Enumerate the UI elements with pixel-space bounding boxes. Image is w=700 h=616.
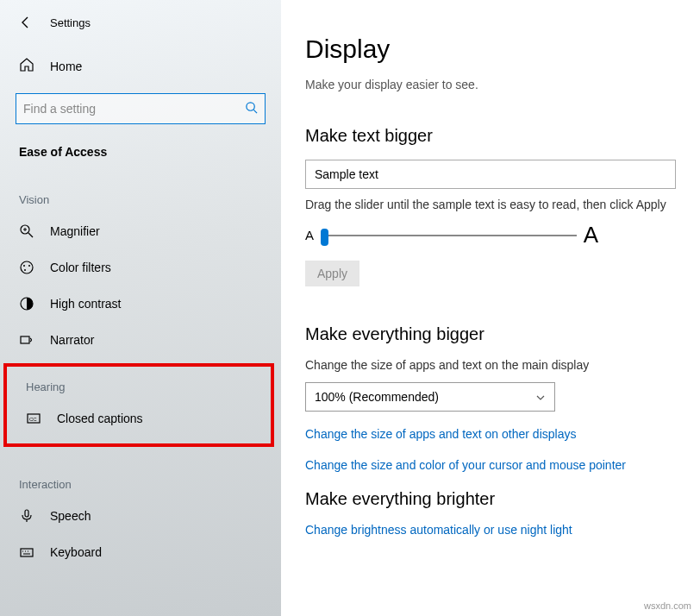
sidebar-item-magnifier[interactable]: Magnifier (0, 213, 281, 249)
group-hearing-label: Hearing (7, 367, 271, 400)
dropdown-value: 100% (Recommended) (315, 390, 439, 404)
svg-line-3 (28, 233, 33, 237)
search-input-container[interactable] (16, 93, 266, 124)
sidebar-item-keyboard[interactable]: Keyboard (0, 534, 281, 570)
window-title: Settings (50, 16, 91, 29)
narrator-icon (19, 332, 34, 348)
page-subtitle: Make your display easier to see. (305, 78, 676, 91)
svg-point-0 (247, 103, 254, 110)
search-icon (245, 101, 258, 116)
group-interaction-label: Interaction (0, 452, 281, 498)
back-icon[interactable] (19, 16, 33, 29)
main-content: Display Make your display easier to see.… (281, 0, 700, 616)
svg-rect-11 (21, 336, 29, 343)
contrast-icon (19, 296, 34, 311)
text-size-slider[interactable] (321, 235, 577, 236)
chevron-down-icon (535, 392, 546, 402)
group-vision-label: Vision (0, 167, 281, 213)
sidebar-item-label: Color filters (50, 261, 111, 274)
sidebar-item-color-filters[interactable]: Color filters (0, 249, 281, 286)
home-icon (19, 57, 34, 76)
slider-instruction: Drag the slider until the sample text is… (305, 198, 676, 211)
link-other-displays[interactable]: Change the size of apps and text on othe… (305, 427, 676, 441)
sidebar-header: Settings (0, 0, 281, 43)
watermark: wsxdn.com (644, 600, 691, 611)
svg-point-8 (28, 265, 30, 267)
sidebar-item-label: Speech (50, 509, 91, 523)
svg-rect-16 (21, 549, 33, 556)
microphone-icon (19, 508, 34, 524)
sidebar-item-narrator[interactable]: Narrator (0, 322, 281, 358)
slider-max-label: A (584, 222, 598, 248)
home-nav[interactable]: Home (0, 48, 281, 85)
highlight-box: Hearing CC Closed captions (3, 363, 274, 447)
svg-point-9 (24, 269, 26, 271)
section-everything-bigger: Make everything bigger (305, 324, 676, 344)
link-cursor-pointer[interactable]: Change the size and color of your cursor… (305, 458, 676, 472)
sidebar-item-label: High contrast (50, 297, 121, 311)
keyboard-icon (19, 544, 34, 560)
section-text-bigger: Make text bigger (305, 126, 676, 146)
slider-thumb[interactable] (321, 229, 328, 246)
sidebar-item-label: Keyboard (50, 545, 102, 559)
svg-point-6 (21, 261, 33, 273)
cc-icon: CC (26, 411, 41, 426)
sidebar: Settings Home Ease of Access Vision Magn… (0, 0, 281, 616)
svg-rect-14 (25, 510, 28, 517)
scale-dropdown[interactable]: 100% (Recommended) (305, 382, 555, 412)
scale-description: Change the size of apps and text on the … (305, 358, 676, 372)
section-title: Ease of Access (0, 124, 281, 167)
sidebar-item-high-contrast[interactable]: High contrast (0, 286, 281, 322)
search-input[interactable] (23, 102, 245, 116)
svg-line-1 (253, 110, 257, 113)
home-label: Home (50, 60, 82, 73)
palette-icon (19, 260, 34, 275)
page-title: Display (305, 35, 676, 64)
slider-min-label: A (305, 228, 314, 242)
sidebar-item-closed-captions[interactable]: CC Closed captions (7, 400, 271, 437)
sample-text-box: Sample text (305, 160, 676, 189)
text-size-slider-row: A A (305, 222, 598, 248)
sidebar-item-label: Narrator (50, 333, 94, 347)
section-brighter: Make everything brighter (305, 489, 676, 509)
apply-button[interactable]: Apply (305, 261, 359, 286)
svg-point-7 (23, 265, 25, 267)
sidebar-item-label: Closed captions (57, 412, 143, 425)
sidebar-item-speech[interactable]: Speech (0, 498, 281, 534)
svg-text:CC: CC (29, 417, 37, 422)
sidebar-item-label: Magnifier (50, 224, 100, 238)
link-night-light[interactable]: Change brightness automatically or use n… (305, 523, 676, 537)
magnifier-icon (19, 223, 34, 239)
